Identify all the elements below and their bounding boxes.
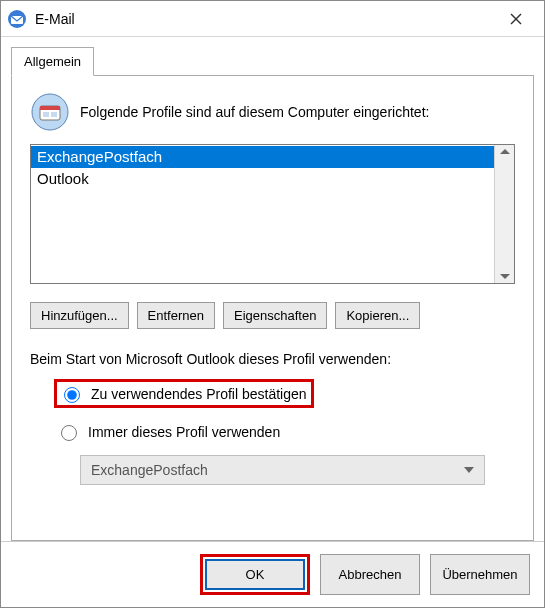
profiles-list[interactable]: ExchangePostfach Outlook: [31, 145, 494, 283]
scroll-down-icon: [500, 274, 510, 279]
list-item[interactable]: ExchangePostfach: [31, 146, 494, 168]
copy-button[interactable]: Kopieren...: [335, 302, 420, 329]
ok-highlight: OK: [200, 554, 310, 595]
cancel-button[interactable]: Abbrechen: [320, 554, 420, 595]
tab-panel-general: Folgende Profile sind auf diesem Compute…: [11, 75, 534, 541]
close-button[interactable]: [494, 4, 538, 34]
startup-label: Beim Start von Microsoft Outlook dieses …: [30, 351, 515, 367]
properties-button[interactable]: Eigenschaften: [223, 302, 327, 329]
default-profile-dropdown: ExchangePostfach: [80, 455, 485, 485]
dropdown-value: ExchangePostfach: [91, 462, 208, 478]
intro-row: Folgende Profile sind auf diesem Compute…: [30, 92, 515, 132]
radio-always-label: Immer dieses Profil verwenden: [88, 424, 280, 440]
profiles-listbox[interactable]: ExchangePostfach Outlook: [30, 144, 515, 284]
client-area: Allgemein Folgende Profile sind auf dies…: [1, 37, 544, 541]
ok-button[interactable]: OK: [205, 559, 305, 590]
chevron-down-icon: [464, 467, 474, 473]
email-dialog: E-Mail Allgemein: [0, 0, 545, 608]
intro-text: Folgende Profile sind auf diesem Compute…: [80, 104, 429, 120]
svg-rect-8: [51, 112, 57, 117]
close-icon: [510, 13, 522, 25]
scroll-up-icon: [500, 149, 510, 154]
svg-rect-7: [43, 112, 49, 117]
tab-general[interactable]: Allgemein: [11, 47, 94, 76]
radio-prompt-input[interactable]: [64, 387, 80, 403]
listbox-scrollbar[interactable]: [494, 145, 514, 283]
titlebar: E-Mail: [1, 1, 544, 37]
mail-icon: [7, 9, 27, 29]
remove-button[interactable]: Entfernen: [137, 302, 215, 329]
radio-prompt-profile[interactable]: Zu verwendendes Profil bestätigen: [54, 379, 314, 408]
list-item[interactable]: Outlook: [31, 168, 494, 190]
add-button[interactable]: Hinzufügen...: [30, 302, 129, 329]
dialog-footer: OK Abbrechen Übernehmen: [1, 541, 544, 607]
profiles-icon: [30, 92, 70, 132]
radio-prompt-label: Zu verwendendes Profil bestätigen: [91, 386, 307, 402]
radio-always-input[interactable]: [61, 425, 77, 441]
svg-rect-6: [40, 106, 60, 110]
tabstrip: Allgemein: [11, 47, 534, 76]
apply-button[interactable]: Übernehmen: [430, 554, 530, 595]
profile-buttons-row: Hinzufügen... Entfernen Eigenschaften Ko…: [30, 302, 515, 329]
window-title: E-Mail: [35, 11, 494, 27]
radio-always-profile[interactable]: Immer dieses Profil verwenden: [54, 420, 515, 443]
